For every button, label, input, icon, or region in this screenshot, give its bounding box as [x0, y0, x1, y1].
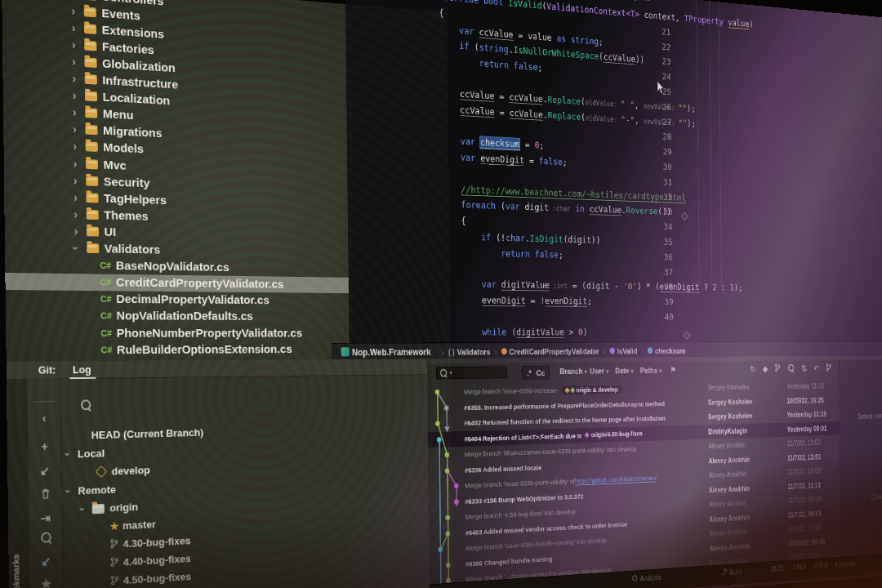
- favorite-branches-icon[interactable]: ⚑: [670, 365, 676, 375]
- status-indicator[interactable]: 28:25: [770, 564, 783, 572]
- refresh-icon[interactable]: ↻: [750, 363, 755, 374]
- tab-log[interactable]: Log: [73, 363, 91, 376]
- status-indicator[interactable]: UTF-8: [813, 562, 827, 570]
- chevron-right-icon[interactable]: ›: [74, 190, 84, 203]
- rollback-icon[interactable]: ↶: [813, 363, 819, 374]
- build-icon: [721, 568, 728, 577]
- chevron-down-icon[interactable]: ›: [66, 448, 78, 461]
- branch-search-row[interactable]: [60, 390, 427, 415]
- delete-icon[interactable]: [29, 487, 62, 501]
- branches-icon[interactable]: [826, 363, 831, 374]
- commit-search-input[interactable]: ▾: [436, 366, 507, 379]
- chevron-down-icon[interactable]: ›: [74, 242, 85, 255]
- chevron-right-icon[interactable]: ›: [74, 225, 85, 238]
- tag-gold: [564, 387, 569, 393]
- chevron-right-icon[interactable]: ›: [72, 38, 82, 51]
- new-branch-icon[interactable]: [775, 363, 781, 374]
- status-indicator[interactable]: CRLF: [793, 563, 807, 571]
- line-number: 36: [648, 252, 673, 262]
- chevron-right-icon[interactable]: ›: [73, 140, 83, 153]
- chevron-down-icon[interactable]: ›: [80, 503, 91, 515]
- paint-icon[interactable]: ◆: [763, 363, 768, 374]
- explorer-item-rulebuilderoptionsextension-cs[interactable]: C#RuleBuilderOptionsExtension.cs: [6, 341, 349, 359]
- checkout-arrow-icon[interactable]: ↙: [29, 463, 62, 479]
- search-icon: [440, 369, 447, 376]
- bookmarks-tool-button[interactable]: Bookmarks: [11, 554, 20, 588]
- regex-case-toggle[interactable]: .*Cc: [522, 366, 550, 380]
- breadcrumb-item[interactable]: CreditCardPropertyValidator: [501, 347, 599, 356]
- commit-table: ▾.*CcBranch ▾User ▾Date ▾Paths ▾⚑↻◆⇅↶ Me…: [427, 360, 841, 588]
- commit-author: Alexey Anokhin: [709, 511, 788, 523]
- explorer-item-label: Validators: [105, 242, 161, 257]
- commit-link[interactable]: https://github.com/khairuzzaman/: [575, 474, 657, 485]
- folder-icon: [87, 210, 99, 220]
- commit-author: Sergey Koshelev: [708, 383, 787, 392]
- branch-label: HEAD (Current Branch): [91, 426, 204, 441]
- chevron-right-icon[interactable]: ›: [74, 174, 84, 187]
- chevron-right-icon[interactable]: ›: [73, 106, 83, 119]
- filter-dropdown-user[interactable]: User ▾: [590, 367, 608, 376]
- commit-dot: [444, 405, 449, 410]
- csharp-file-icon: C#: [100, 261, 111, 270]
- chevron-right-icon[interactable]: ›: [74, 207, 84, 220]
- find-icon[interactable]: [787, 363, 795, 374]
- breadcrumb-label: Validators: [457, 347, 491, 356]
- explorer-item-label: Themes: [104, 207, 148, 223]
- navigate-icon[interactable]: ⇅: [801, 363, 807, 374]
- details-secondary: Comm: [871, 493, 882, 501]
- breadcrumb-item[interactable]: IsValid: [609, 347, 637, 355]
- breadcrumb-item[interactable]: Nop.Web.Framework: [341, 346, 431, 358]
- explorer-item-nopvalidationdefaults-cs[interactable]: C#NopValidationDefaults.cs: [6, 307, 349, 325]
- match-case-toggle[interactable]: Cc: [537, 368, 546, 377]
- commit-message: #6359. Increased performance of PrepareP…: [464, 399, 665, 412]
- branch-label: 4.40-bug-fixes: [123, 553, 191, 568]
- commit-author: Alexey Anokhin: [709, 454, 788, 465]
- explorer-item-label: DecimalPropertyValidator.cs: [116, 292, 270, 308]
- indent-guide: [696, 0, 700, 285]
- breadcrumb-item[interactable]: checksum: [648, 346, 686, 354]
- search-icon[interactable]: [29, 531, 63, 546]
- chevron-right-icon[interactable]: ›: [73, 89, 83, 102]
- chevron-right-icon[interactable]: ›: [71, 0, 82, 1]
- folder-icon: [85, 125, 97, 136]
- chevron-right-icon[interactable]: ›: [73, 122, 83, 136]
- regex-toggle[interactable]: .*: [527, 368, 532, 377]
- branch-icon: [110, 574, 118, 587]
- chevron-right-icon[interactable]: ›: [72, 55, 82, 69]
- update-arrow-icon[interactable]: ↙: [29, 553, 63, 569]
- compare-icon[interactable]: ⇥: [29, 510, 62, 527]
- chevron-down-icon: ▾: [606, 368, 608, 376]
- favorites-star-icon[interactable]: ★: [29, 576, 63, 588]
- tag-green: [570, 387, 575, 393]
- status-build-button[interactable]: Build: [721, 568, 742, 577]
- filter-dropdown-paths[interactable]: Paths ▾: [640, 366, 662, 374]
- chevron-down-icon[interactable]: ›: [66, 485, 78, 497]
- code-editor[interactable]: 2122232425262728293031323334353637383940…: [345, 0, 882, 363]
- fold-marker-icon[interactable]: [681, 212, 688, 220]
- branch-icon: [110, 556, 118, 569]
- collapse-icon[interactable]: ‹: [28, 411, 61, 425]
- explorer-item-decimalpropertyvalidator-cs[interactable]: C#DecimalPropertyValidator.cs: [6, 290, 349, 309]
- branch-label: Remote: [78, 483, 116, 497]
- commit-date: 11/7/22, 13:51: [787, 452, 840, 461]
- solution-explorer[interactable]: ›Controllers›Events›Extensions›Factories…: [2, 0, 350, 366]
- code-lines: override bool IsValid(ValidationContext<…: [345, 0, 882, 18]
- status-analysis-button[interactable]: Analysis: [632, 572, 662, 583]
- chevron-right-icon[interactable]: ›: [74, 157, 84, 170]
- chevron-right-icon[interactable]: ›: [72, 72, 82, 86]
- filter-dropdown-branch[interactable]: Branch ▾: [559, 367, 587, 376]
- commit-date: 11/7/22, 13:02: [787, 466, 840, 476]
- commit-dot: [445, 468, 450, 473]
- chevron-right-icon[interactable]: ›: [72, 21, 82, 35]
- breadcrumb-item[interactable]: ( )Validators: [448, 347, 490, 356]
- explorer-item-label: Security: [104, 174, 150, 190]
- chevron-right-icon[interactable]: ›: [71, 4, 82, 18]
- add-icon[interactable]: +: [28, 439, 61, 453]
- chevron-down-icon: ▾: [585, 368, 587, 376]
- namespace-icon: ( ): [448, 348, 455, 357]
- fold-marker-icon[interactable]: [684, 331, 691, 340]
- filter-dropdown-date[interactable]: Date ▾: [615, 367, 634, 375]
- status-indicator[interactable]: 4 spaces: [835, 559, 855, 568]
- star-icon: ★: [109, 520, 118, 532]
- explorer-item-phonenumberpropertyvalidator-cs[interactable]: C#PhoneNumberPropertyValidator.cs: [6, 324, 349, 341]
